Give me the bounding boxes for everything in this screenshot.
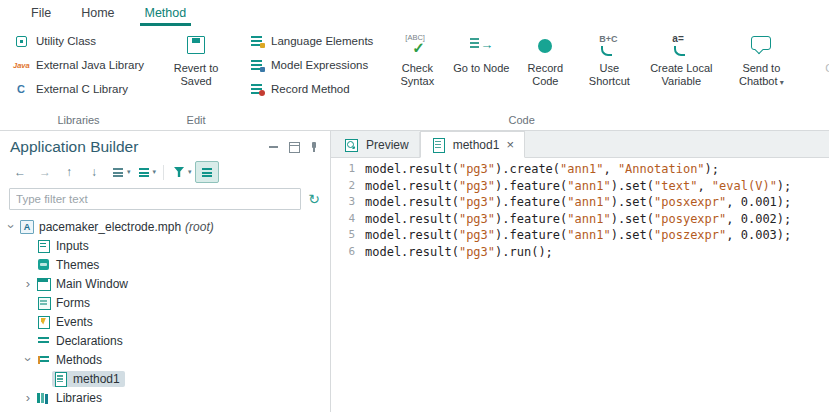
code-line[interactable]: 3model.result("pg3").feature("ann1").set… — [331, 194, 829, 211]
code-token: , — [603, 162, 617, 176]
code-token: ); — [777, 179, 791, 193]
ribbon-button-create-local-variable[interactable]: Create Local Variable — [641, 30, 721, 89]
tree-item-pacemaker-electrode-mph[interactable]: ›pacemaker_electrode.mph(root) — [0, 217, 330, 236]
forward-arrow-icon — [37, 164, 53, 180]
send-to-chatbot-icon — [747, 33, 775, 59]
panel-pin-button[interactable] — [306, 139, 322, 155]
tree-item-methods[interactable]: ›Methods — [0, 350, 330, 369]
expander-open-icon[interactable]: › — [22, 353, 35, 367]
tree-item-events[interactable]: Events — [0, 312, 330, 331]
list-view-button[interactable]: ▾ — [108, 161, 133, 183]
tree-item-declarations[interactable]: Declarations — [0, 331, 330, 350]
tree-item-label: pacemaker_electrode.mph — [39, 220, 181, 234]
up-arrow-icon — [62, 164, 78, 180]
code-line[interactable]: 6model.result("pg3").run(); — [331, 244, 829, 261]
code-small-items: Language ElementsModel ExpressionsRecord… — [242, 30, 379, 100]
ribbon-button-send-to-chatbot[interactable]: Send to Chatbot ▾ — [721, 30, 801, 89]
menu-tab-home[interactable]: Home — [66, 0, 129, 26]
tree-item-core: method1 — [52, 371, 125, 387]
ribbon-item-record-method[interactable]: Record Method — [242, 78, 379, 100]
filter-button[interactable]: ▾ — [169, 161, 194, 183]
ribbon-button-use-shortcut[interactable]: Use Shortcut — [577, 30, 641, 89]
code-token: , 0.003); — [726, 228, 791, 242]
ribbon-item-language-elements[interactable]: Language Elements — [242, 30, 379, 52]
string-literal: "poszexpr" — [654, 228, 726, 242]
editor-tab-bar: Previewmethod1× — [331, 131, 829, 158]
code-line[interactable]: 2model.result("pg3").feature("ann1").set… — [331, 178, 829, 195]
ribbon-item-external-c-library[interactable]: External C Library — [7, 78, 150, 100]
string-literal: "ann1" — [567, 195, 610, 209]
preview-icon — [344, 138, 359, 152]
ribbon-group-run: Continue — [810, 26, 829, 130]
panel-toolbar: ▾▾▾ — [0, 159, 330, 185]
themes-icon — [36, 258, 51, 272]
tree-item-core: Forms — [35, 295, 95, 311]
menu-tab-file[interactable]: File — [16, 0, 66, 26]
tree-item-themes[interactable]: Themes — [0, 255, 330, 274]
menubar: FileHomeMethod — [0, 0, 829, 26]
back-arrow-button[interactable] — [8, 161, 32, 183]
tab-close-icon[interactable]: × — [506, 138, 514, 151]
panel-minimize-button[interactable] — [266, 139, 282, 155]
language-elements-icon — [248, 33, 265, 49]
code-line[interactable]: 4model.result("pg3").feature("ann1").set… — [331, 211, 829, 228]
line-number: 1 — [331, 161, 365, 178]
tree-item-inputs[interactable]: Inputs — [0, 236, 330, 255]
line-number: 5 — [331, 227, 365, 244]
create-local-variable-icon — [667, 33, 695, 59]
code-token: model.result( — [365, 195, 459, 209]
up-arrow-button[interactable] — [58, 161, 82, 183]
expander-open-icon[interactable]: › — [5, 220, 18, 234]
forward-arrow-button[interactable] — [33, 161, 57, 183]
collapse-all-icon — [199, 164, 215, 180]
code-line[interactable]: 5model.result("pg3").feature("ann1").set… — [331, 227, 829, 244]
code-token: , 0.002); — [726, 212, 791, 226]
menu-tab-method[interactable]: Method — [130, 0, 202, 26]
string-literal: "pg3" — [459, 212, 495, 226]
ribbon-button-go-to-node[interactable]: Go to Node — [449, 30, 513, 89]
ribbon-button-revert-to-saved[interactable]: Revert to Saved — [164, 30, 228, 89]
expander-closed-icon[interactable]: › — [21, 391, 35, 404]
ribbon-item-utility-class[interactable]: Utility Class — [7, 30, 150, 52]
code-editor[interactable]: 1model.result("pg3").create("ann1", "Ann… — [331, 158, 829, 412]
utility-class-icon — [13, 33, 30, 49]
refresh-icon[interactable]: ↻ — [308, 192, 320, 206]
panel-title: Application Builder — [10, 138, 266, 156]
ribbon-item-external-java-library[interactable]: External Java Library — [7, 54, 150, 76]
ribbon-item-label: External C Library — [36, 83, 128, 95]
c-library-icon — [13, 81, 30, 97]
tree-item-label: Methods — [56, 353, 102, 367]
tree-item-label: Main Window — [56, 277, 128, 291]
tree-item-method1[interactable]: method1 — [0, 369, 330, 388]
tab-method1[interactable]: method1× — [420, 131, 525, 158]
ribbon-button-continue: Continue — [815, 30, 829, 89]
tab-preview[interactable]: Preview — [334, 132, 420, 157]
string-literal: "ann1" — [567, 212, 610, 226]
ribbon-group-code: Language ElementsModel ExpressionsRecord… — [237, 26, 806, 130]
expander-closed-icon[interactable]: › — [21, 277, 35, 290]
filter-input[interactable] — [9, 188, 301, 210]
tree-item-libraries[interactable]: ›Libraries — [0, 388, 330, 407]
tree-item-main-window[interactable]: ›Main Window — [0, 274, 330, 293]
model-expressions-icon — [248, 57, 265, 73]
line-number: 4 — [331, 211, 365, 228]
ribbon-button-record-code[interactable]: Record Code — [513, 30, 577, 89]
ribbon-button-check-syntax[interactable]: Check Syntax — [385, 30, 449, 89]
ribbon-item-model-expressions[interactable]: Model Expressions — [242, 54, 379, 76]
dropdown-caret-icon: ▾ — [127, 168, 131, 176]
panel-layout-button[interactable] — [286, 139, 302, 155]
minimize-icon — [266, 139, 282, 155]
code-token: model.result( — [365, 228, 459, 242]
ribbon-button-label: Check Syntax — [386, 62, 448, 88]
ribbon-button-label: Record Code — [514, 62, 576, 88]
code-text: model.result("pg3").feature("ann1").set(… — [365, 194, 791, 211]
down-arrow-button[interactable] — [83, 161, 107, 183]
code-text: model.result("pg3").feature("ann1").set(… — [365, 227, 791, 244]
ribbon-group-label: Libraries — [7, 111, 150, 129]
code-line[interactable]: 1model.result("pg3").create("ann1", "Ann… — [331, 161, 829, 178]
tree-item-forms[interactable]: Forms — [0, 293, 330, 312]
panel-header: Application Builder — [0, 131, 330, 159]
group-view-button[interactable]: ▾ — [134, 161, 159, 183]
collapse-all-button[interactable] — [195, 161, 219, 183]
down-arrow-icon — [87, 164, 103, 180]
